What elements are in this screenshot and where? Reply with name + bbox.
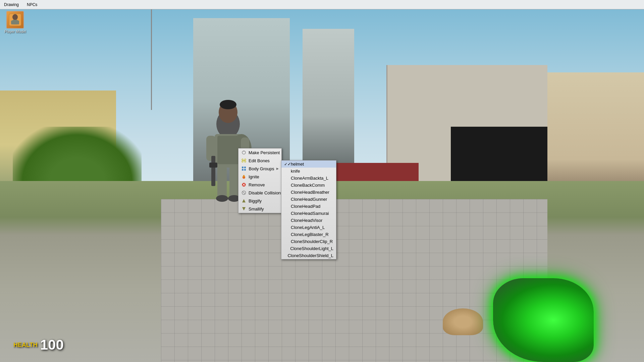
submenu-item-helmet[interactable]: ✓helmet: [281, 161, 336, 168]
check-icon-helmet: ✓: [284, 162, 289, 167]
svg-rect-8: [211, 156, 215, 186]
svg-rect-28: [242, 169, 244, 171]
submenu-item-clonelegantia-l[interactable]: CloneLegAntiA_L: [281, 224, 336, 231]
svg-rect-29: [244, 169, 246, 171]
body-groups-submenu: ✓helmetknifeCloneArmBackta_LCloneBackCom…: [281, 160, 336, 259]
svg-rect-10: [217, 166, 227, 199]
submenu-item-clonearmbackta-l[interactable]: CloneArmBackta_L: [281, 175, 336, 182]
toolbar-drawing[interactable]: Drawing: [3, 2, 20, 8]
submenu-label-clonelegantia-l: CloneLegAntiA_L: [291, 225, 325, 230]
player-model-panel: Player Model: [3, 11, 27, 34]
groups-icon: [241, 166, 247, 171]
svg-rect-26: [242, 167, 244, 168]
submenu-item-cloneshouldersh-l[interactable]: CloneShoulderShield_L: [281, 252, 336, 259]
svg-rect-9: [209, 163, 217, 168]
svg-point-25: [245, 161, 246, 162]
svg-point-15: [12, 14, 18, 20]
svg-point-24: [242, 161, 243, 162]
submenu-label-knife: knife: [291, 169, 300, 174]
player-model-label: Player Model: [4, 29, 26, 34]
ctx-item-remove[interactable]: Remove: [238, 181, 281, 189]
health-value: 100: [40, 338, 64, 352]
submenu-label-cloneheadvisor: CloneHeadVisor: [291, 218, 322, 223]
submenu-item-cloneheadpad[interactable]: CloneHeadPad: [281, 203, 336, 210]
biggify-icon: [241, 198, 247, 203]
toolbar: Drawing NPCs: [0, 0, 644, 9]
ctx-label-edit-bones: Edit Bones: [249, 158, 270, 163]
ctx-item-disable-collisions[interactable]: Disable Collisions: [238, 189, 281, 197]
submenu-item-cloneheadgunner[interactable]: CloneHeadGunner: [281, 196, 336, 203]
svg-point-23: [245, 159, 246, 160]
submenu-label-cloneshoulderclip-r: CloneShoulderClip_R: [291, 239, 333, 244]
submenu-item-knife[interactable]: knife: [281, 168, 336, 175]
ctx-label-biggify: Biggify: [249, 198, 262, 203]
ctx-item-smallify[interactable]: Smallify: [238, 205, 281, 213]
svg-line-36: [243, 191, 245, 194]
submenu-item-cloneshoulderlight-l[interactable]: CloneShoulderLight_L: [281, 245, 336, 252]
ctx-label-smallify: Smallify: [249, 206, 264, 212]
ctx-label-remove: Remove: [249, 182, 265, 187]
health-label: HEALTH: [13, 342, 38, 349]
svg-rect-16: [12, 20, 18, 24]
submenu-item-cloneheadbreather[interactable]: CloneHeadBreather: [281, 189, 336, 196]
submenu-label-cloneshouldersh-l: CloneShoulderShield_L: [287, 253, 333, 258]
ctx-label-disable-collisions: Disable Collisions: [249, 190, 283, 195]
svg-point-31: [243, 175, 245, 178]
bone-icon: [241, 158, 247, 163]
ctx-label-ignite: Ignite: [249, 174, 259, 179]
submenu-label-cloneheadpad: CloneHeadPad: [291, 204, 320, 209]
remove-icon: [241, 182, 247, 187]
pin-icon: [241, 150, 247, 155]
toolbar-npcs[interactable]: NPCs: [25, 2, 39, 8]
submenu-item-cloneheadsamurai[interactable]: CloneHeadSamurai: [281, 210, 336, 217]
ctx-label-body-groups: Body Groups: [249, 166, 274, 171]
player-model-icon[interactable]: [6, 11, 24, 29]
ctx-item-edit-bones[interactable]: Edit Bones: [238, 157, 281, 165]
player-weapon: [476, 261, 594, 362]
ctx-item-biggify[interactable]: Biggify: [238, 197, 281, 205]
svg-point-2: [220, 100, 236, 109]
smallify-icon: [241, 206, 247, 212]
submenu-label-cloneshoulderlight-l: CloneShoulderLight_L: [290, 246, 333, 251]
building-right: [303, 29, 354, 174]
svg-rect-11: [229, 166, 239, 199]
ctx-item-make-persistent[interactable]: Make Persistent: [238, 148, 281, 157]
submenu-label-clonelegblaster-r: CloneLegBlaster_R: [291, 232, 329, 237]
no-collide-icon: [241, 190, 247, 195]
ctx-item-body-groups[interactable]: Body Groups: [238, 165, 281, 173]
submenu-label-cloneheadgunner: CloneHeadGunner: [291, 197, 327, 202]
submenu-item-clonelegblaster-r[interactable]: CloneLegBlaster_R: [281, 231, 336, 238]
submenu-label-clonebackcomm: CloneBackComm: [291, 183, 325, 188]
submenu-item-cloneheadvisor[interactable]: CloneHeadVisor: [281, 217, 336, 224]
svg-rect-17: [11, 20, 13, 24]
svg-point-22: [242, 159, 243, 160]
svg-marker-37: [242, 199, 246, 202]
submenu-label-clonearmbackta-l: CloneArmBackta_L: [291, 176, 328, 181]
svg-rect-27: [244, 167, 246, 168]
svg-marker-38: [242, 207, 246, 210]
ctx-label-make-persistent: Make Persistent: [249, 150, 280, 155]
svg-rect-18: [17, 20, 19, 24]
submenu-label-cloneheadsamurai: CloneHeadSamurai: [291, 211, 329, 216]
svg-point-12: [216, 195, 228, 202]
fire-icon: [241, 174, 247, 179]
submenu-item-clonebackcomm[interactable]: CloneBackComm: [281, 182, 336, 189]
context-menu: Make PersistentEdit BonesBody GroupsIgni…: [238, 148, 282, 213]
submenu-label-helmet: helmet: [291, 162, 304, 167]
submenu-label-cloneheadbreather: CloneHeadBreather: [291, 190, 329, 195]
submenu-item-cloneshoulderclip-r[interactable]: CloneShoulderClip_R: [281, 238, 336, 245]
ctx-item-ignite[interactable]: Ignite: [238, 173, 281, 181]
hud-health: HEALTH 100: [13, 338, 64, 352]
pole: [151, 9, 152, 110]
